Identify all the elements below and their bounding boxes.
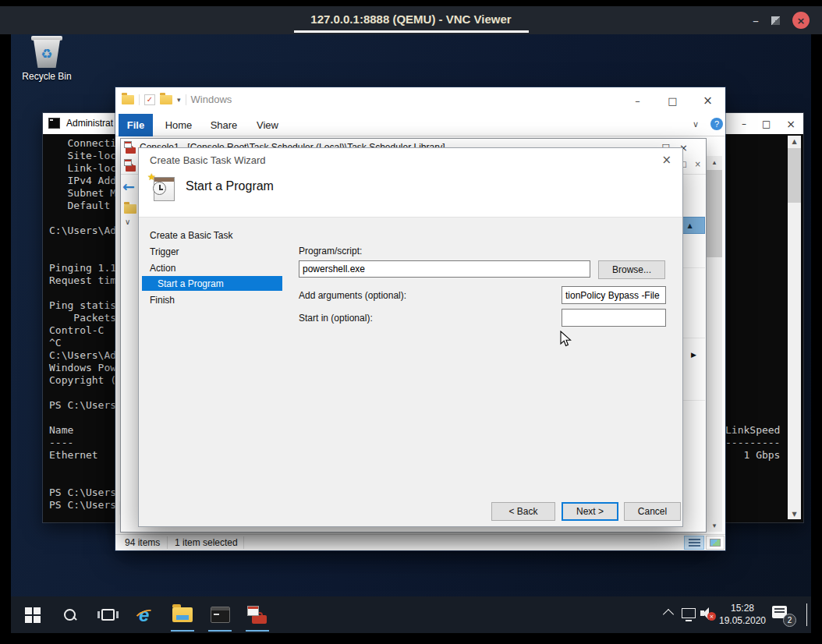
cmd-minimize-button[interactable]: – (742, 119, 746, 129)
explorer-scroll-down-icon[interactable]: ▾ (707, 519, 722, 532)
active-app-indicator (246, 630, 269, 632)
vnc-restore-button[interactable] (771, 16, 780, 25)
explorer-quick-access-toolbar: ✓ ▾ Windows (122, 94, 232, 105)
separator (186, 94, 186, 105)
volume-muted-icon[interactable]: × (700, 607, 716, 621)
collapse-up-icon: ▲ (687, 222, 692, 229)
add-arguments-label: Add arguments (optional): (299, 290, 406, 301)
task-view-icon (101, 609, 115, 621)
notification-badge: 2 (783, 614, 796, 627)
explorer-minimize-button[interactable]: – (620, 87, 655, 114)
taskbar-search-button[interactable] (55, 596, 86, 633)
desktop[interactable]: ♻ Recycle Bin Administrat – □ × Connecti… (11, 34, 811, 596)
command-prompt-icon (211, 607, 230, 623)
search-icon (62, 607, 78, 623)
command-prompt-button[interactable] (204, 596, 236, 633)
file-explorer-icon (172, 607, 193, 622)
tray-show-hidden-icons-chevron[interactable] (663, 609, 674, 620)
new-folder-icon[interactable] (160, 95, 172, 104)
start-in-label: Start in (optional): (299, 313, 373, 324)
step-finish[interactable]: Finish (142, 292, 282, 307)
taskbar-clock[interactable]: 15:28 19.05.2020 (716, 602, 769, 627)
ribbon-collapse-icon[interactable]: ∨ (693, 119, 699, 129)
wizard-titlebar[interactable]: Create Basic Task Wizard × (139, 148, 682, 172)
vnc-minimize-button[interactable]: – (753, 13, 759, 28)
cmd-scrollbar-thumb[interactable] (788, 148, 801, 203)
separator (139, 94, 140, 105)
clock-time: 15:28 (716, 602, 769, 614)
tab-share[interactable]: Share (204, 114, 244, 136)
wizard-close-button[interactable]: × (661, 153, 671, 167)
mmc-console-button[interactable] (242, 596, 273, 633)
cmd-close-button[interactable]: × (786, 118, 795, 130)
cmd-window-icon (48, 118, 60, 129)
cmd-vertical-scrollbar[interactable]: ▲ ▼ (788, 136, 801, 519)
vnc-close-button[interactable]: × (792, 12, 810, 29)
clock-date: 19.05.2020 (716, 614, 769, 627)
quick-access-dropdown-icon[interactable]: ▾ (177, 96, 181, 104)
back-button[interactable]: < Back (491, 502, 555, 521)
explorer-close-button[interactable]: × (690, 87, 725, 114)
windows-logo-icon (25, 607, 41, 623)
explorer-scrollbar-thumb[interactable] (707, 170, 722, 257)
explorer-vertical-scrollbar[interactable]: ▴ ▾ (707, 156, 722, 532)
cmd-maximize-button[interactable]: □ (762, 119, 771, 129)
tab-home[interactable]: Home (158, 114, 199, 136)
program-script-input[interactable] (299, 260, 590, 278)
explorer-titlebar[interactable]: ✓ ▾ Windows – □ × (115, 87, 725, 114)
cmd-window-title: Administrat (66, 118, 113, 129)
wizard-title: Create Basic Task Wizard (150, 154, 266, 166)
create-basic-task-wizard-dialog: Create Basic Task Wizard × ★ Start a Pro… (139, 148, 682, 526)
mouse-cursor (560, 331, 572, 348)
explorer-scroll-up-icon[interactable]: ▴ (707, 156, 722, 168)
network-icon[interactable] (682, 608, 696, 618)
separator (167, 536, 168, 549)
cmd-scroll-down-icon[interactable]: ▼ (788, 508, 801, 519)
active-app-indicator (208, 630, 232, 632)
task-scheduler-icon: ★ (150, 175, 178, 203)
explorer-window-controls: – □ × (620, 87, 725, 114)
explorer-window-title: Windows (191, 94, 232, 105)
cancel-button[interactable]: Cancel (624, 502, 681, 521)
step-trigger[interactable]: Trigger (142, 244, 282, 259)
explorer-ribbon: File Home Share View ∨ ? (115, 114, 725, 136)
recycle-bin-glyph: ♻ (34, 40, 60, 68)
recycle-bin-label: Recycle Bin (17, 71, 76, 82)
tab-file[interactable]: File (119, 114, 153, 136)
start-in-input[interactable] (562, 309, 666, 327)
browse-button[interactable]: Browse... (598, 260, 665, 279)
details-view-button[interactable] (684, 536, 704, 550)
vnc-viewer-window: 127.0.0.1:8888 (QEMU) - VNC Viewer – × ♻… (0, 0, 822, 644)
console-tree-chevron-icon[interactable]: ∨ (125, 218, 130, 226)
internet-explorer-button[interactable]: e (129, 596, 161, 633)
explorer-maximize-button[interactable]: □ (655, 87, 690, 114)
console-back-icon[interactable]: ← (122, 178, 135, 195)
show-desktop-separator[interactable] (806, 603, 807, 626)
task-view-button[interactable] (92, 596, 123, 633)
actions-pane-expand-icon[interactable]: ▶ (691, 351, 696, 359)
help-icon[interactable]: ? (710, 118, 723, 130)
file-explorer-button[interactable] (167, 596, 198, 633)
start-button[interactable] (17, 596, 48, 633)
tab-view[interactable]: View (249, 114, 286, 136)
console-tree-folder-icon[interactable] (124, 204, 136, 214)
child-close-button[interactable]: × (695, 160, 701, 168)
mute-badge-icon: × (707, 612, 716, 621)
vnc-titlebar[interactable]: 127.0.0.1:8888 (QEMU) - VNC Viewer – × (0, 6, 822, 34)
next-button[interactable]: Next > (562, 502, 618, 521)
cmd-scroll-up-icon[interactable]: ▲ (788, 136, 801, 147)
mmc-child-window-icon (124, 159, 136, 172)
step-action[interactable]: Action (142, 260, 282, 275)
recycle-bin-icon[interactable]: ♻ Recycle Bin (17, 36, 76, 82)
vnc-window-title: 127.0.0.1:8888 (QEMU) - VNC Viewer (0, 12, 822, 26)
status-selected-count: 1 item selected (175, 537, 238, 548)
thumbnails-view-button[interactable] (706, 536, 725, 550)
step-start-a-program[interactable]: Start a Program (142, 276, 282, 291)
console-child-window-controls: □ × (679, 160, 701, 168)
step-create-a-basic-task[interactable]: Create a Basic Task (142, 228, 282, 242)
add-arguments-input[interactable] (562, 286, 666, 304)
properties-check-icon[interactable]: ✓ (144, 94, 155, 105)
details-view-icon (689, 539, 700, 547)
program-script-label: Program/script: (299, 246, 362, 257)
internet-explorer-icon: e (135, 605, 155, 625)
